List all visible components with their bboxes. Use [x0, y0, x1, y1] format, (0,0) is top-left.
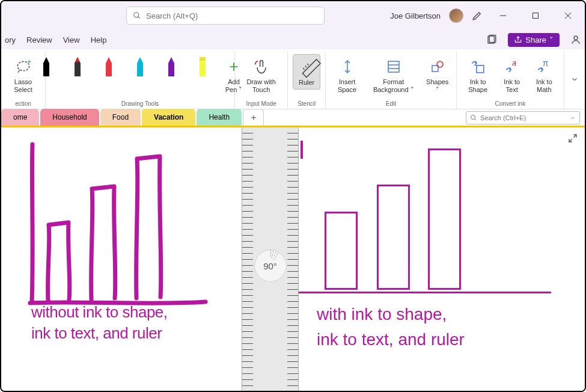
- share-button[interactable]: Share ˅: [508, 33, 560, 47]
- svg-line-23: [305, 66, 307, 67]
- pen-pink[interactable]: [95, 54, 123, 79]
- svg-rect-3: [533, 13, 539, 19]
- ribbon-group-input-mode: Draw with Touch Input Mode: [235, 52, 288, 109]
- search-icon: [470, 114, 477, 121]
- insert-space-icon: [340, 60, 355, 74]
- svg-marker-11: [43, 57, 49, 76]
- highlighter-yellow[interactable]: [189, 54, 216, 79]
- minimize-button[interactable]: [491, 6, 515, 25]
- page-search[interactable]: [466, 111, 580, 124]
- pen-purple[interactable]: [157, 54, 185, 79]
- search-input[interactable]: [146, 11, 318, 20]
- svg-line-37: [569, 139, 572, 142]
- menu-item[interactable]: View: [63, 35, 80, 44]
- converted-caption: with ink to shape, ink to text, and rule…: [317, 302, 465, 352]
- insert-space-button[interactable]: Insert Space: [331, 54, 364, 96]
- svg-rect-21: [303, 60, 321, 78]
- ruler-angle-indicator[interactable]: 90°: [254, 250, 287, 282]
- section-tab[interactable]: Food: [100, 109, 141, 126]
- shapes-button[interactable]: Shapes ˅: [424, 54, 451, 96]
- touch-icon: [253, 58, 270, 75]
- section-tabs: ome Household Food Vacation Health +: [1, 109, 585, 127]
- ink-to-text-icon: a: [504, 59, 520, 75]
- svg-text:+: +: [27, 58, 31, 65]
- menu-bar: ory Review View Help Share ˅: [1, 30, 585, 49]
- menu-item[interactable]: Help: [91, 35, 107, 44]
- hand-drawn-caption: without ink to shape, ink to text, and r…: [31, 302, 168, 344]
- history-icon[interactable]: [486, 34, 497, 45]
- section-tab-active[interactable]: Vacation: [142, 109, 195, 126]
- avatar[interactable]: [449, 8, 463, 23]
- svg-rect-18: [200, 57, 206, 61]
- svg-line-22: [303, 68, 304, 69]
- ink-to-shape-button[interactable]: Ink to Shape: [462, 54, 495, 96]
- ink-to-shape-icon: [470, 59, 486, 75]
- svg-point-8: [574, 36, 578, 40]
- svg-point-34: [471, 115, 475, 119]
- ribbon-group-label: Stencil: [298, 100, 316, 109]
- global-search[interactable]: [126, 7, 325, 25]
- shapes-icon: [430, 60, 445, 74]
- lasso-icon: +: [16, 59, 31, 75]
- section-tab[interactable]: ome: [1, 109, 39, 126]
- page-search-input[interactable]: [480, 114, 567, 121]
- ribbon-group-label: Convert ink: [495, 100, 526, 109]
- svg-marker-15: [137, 57, 143, 76]
- svg-line-36: [573, 135, 576, 138]
- svg-line-35: [475, 118, 477, 120]
- svg-marker-13: [75, 57, 80, 62]
- svg-rect-31: [477, 66, 484, 73]
- ribbon-group-label: Drawing Tools: [121, 100, 159, 109]
- pen-teal[interactable]: [126, 54, 154, 79]
- ribbon-group-drawing-tools: Add Pen ˅ Drawing Tools: [46, 52, 235, 109]
- ribbon-group-edit: Insert Space Format Background ˅ Shapes …: [326, 52, 457, 109]
- ink-to-math-button[interactable]: π Ink to Math: [530, 54, 559, 96]
- note-canvas[interactable]: 90° without ink to shape, ink to text, a…: [1, 127, 585, 391]
- svg-line-1: [138, 17, 140, 19]
- svg-point-0: [134, 13, 139, 17]
- pen-black[interactable]: [32, 54, 60, 79]
- svg-point-30: [437, 61, 443, 67]
- add-section-button[interactable]: +: [243, 109, 264, 126]
- ruler-stencil[interactable]: 90°: [242, 127, 299, 391]
- close-button[interactable]: [556, 6, 580, 25]
- maximize-button[interactable]: [523, 6, 548, 25]
- share-label: Share: [525, 35, 546, 44]
- ribbon-group-convert-ink: Ink to Shape a Ink to Text π Ink to Math…: [457, 52, 564, 109]
- chevron-down-icon: [570, 75, 579, 84]
- presence-icon[interactable]: [570, 34, 581, 45]
- chevron-down-icon[interactable]: [570, 115, 576, 121]
- ribbon: + Lasso Select ection Add Pen ˅ Drawing …: [1, 49, 585, 109]
- pen-mode-icon[interactable]: [472, 10, 483, 21]
- search-icon: [133, 11, 141, 20]
- svg-text:a: a: [512, 58, 516, 67]
- draw-with-touch-button[interactable]: Draw with Touch: [240, 54, 282, 96]
- svg-rect-26: [388, 61, 399, 72]
- svg-rect-17: [200, 60, 206, 76]
- svg-line-24: [307, 64, 308, 65]
- format-background-button[interactable]: Format Background ˅: [367, 54, 420, 96]
- ruler-icon: [298, 59, 315, 76]
- section-tab[interactable]: Household: [40, 109, 99, 126]
- title-bar: Joe Gilbertson: [1, 1, 585, 30]
- pen-red[interactable]: [64, 54, 91, 79]
- svg-marker-16: [168, 57, 174, 76]
- hand-drawn-chart: [25, 139, 224, 314]
- ribbon-group-label: Edit: [386, 100, 396, 109]
- ink-to-text-button[interactable]: a Ink to Text: [498, 54, 526, 96]
- ribbon-collapse-button[interactable]: [564, 75, 585, 86]
- chevron-down-icon: ˅: [549, 35, 554, 44]
- svg-text:π: π: [543, 58, 549, 68]
- ruler-button[interactable]: Ruler: [293, 54, 320, 90]
- ribbon-group-label: Input Mode: [246, 100, 276, 109]
- menu-item[interactable]: Review: [26, 35, 52, 44]
- background-icon: [386, 60, 401, 74]
- ribbon-group-stencil: Ruler Stencil: [288, 52, 326, 109]
- fullscreen-icon[interactable]: [568, 133, 578, 143]
- ink-to-math-icon: π: [536, 59, 552, 75]
- share-icon: [514, 35, 522, 44]
- section-tab[interactable]: Health: [197, 109, 242, 126]
- svg-marker-14: [106, 57, 112, 76]
- menu-item[interactable]: ory: [5, 35, 16, 44]
- ribbon-group-label: ection: [15, 100, 31, 109]
